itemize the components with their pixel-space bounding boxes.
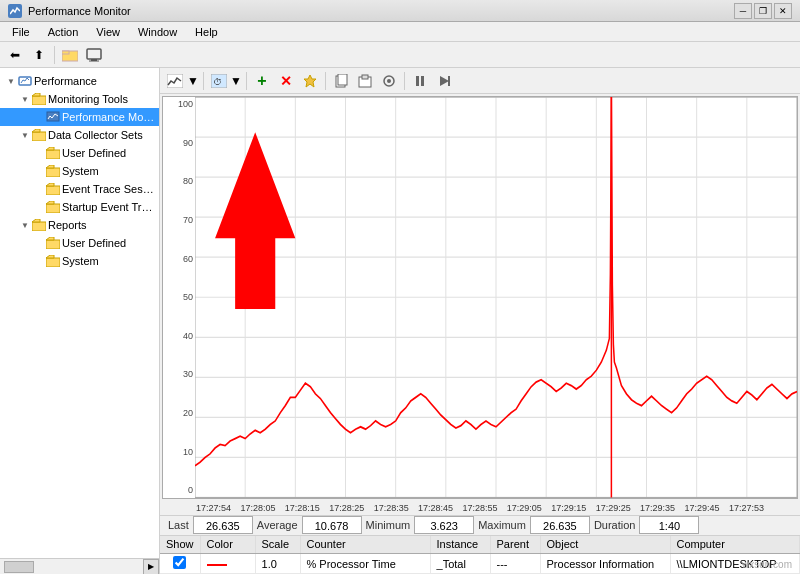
properties-btn[interactable] [378, 70, 400, 92]
restore-button[interactable]: ❐ [754, 3, 772, 19]
perf-monitor-icon [46, 110, 60, 124]
tree-item-event-trace[interactable]: Event Trace Sessions [0, 180, 159, 198]
data-collector-sets-label: Data Collector Sets [48, 129, 143, 141]
view-type-btn[interactable] [164, 70, 186, 92]
chart-tb-sep3 [325, 72, 326, 90]
tree-item-performance[interactable]: ▼ Performance [0, 72, 159, 90]
tb-up-button[interactable]: ⬆ [28, 44, 50, 66]
update-btn[interactable] [433, 70, 455, 92]
delete-counter-btn[interactable]: ✕ [275, 70, 297, 92]
svg-rect-26 [416, 76, 419, 86]
col-color: Color [200, 536, 255, 554]
y-label-80: 80 [163, 176, 195, 186]
tb-monitor-button[interactable] [83, 44, 105, 66]
reports-user-icon [46, 236, 60, 250]
time-label-11: 17:29:45 [684, 503, 719, 513]
view-dropdown-arrow[interactable]: ▼ [187, 70, 199, 92]
tree-item-data-collector-sets[interactable]: ▼ Data Collector Sets [0, 126, 159, 144]
svg-rect-6 [32, 96, 46, 105]
startup-event-label: Startup Event Trace Sess... [62, 201, 155, 213]
reports-system-label: System [62, 255, 99, 267]
counter-section: Show Color Scale Counter Instance Parent… [160, 535, 800, 575]
view-dropdown[interactable]: ▼ [164, 70, 199, 92]
window-title: Performance Monitor [28, 5, 131, 17]
chart-svg-container [195, 97, 797, 498]
svg-marker-28 [440, 76, 449, 86]
reports-system-icon [46, 254, 60, 268]
tree-item-monitoring-tools[interactable]: ▼ Monitoring Tools [0, 90, 159, 108]
tb-folder-button[interactable] [59, 44, 81, 66]
tree-item-system[interactable]: System [0, 162, 159, 180]
y-label-100: 100 [163, 99, 195, 109]
minimize-button[interactable]: ─ [734, 3, 752, 19]
time-select-btn[interactable]: ⏱ ▼ [208, 70, 242, 92]
expand-startup-event-icon [32, 200, 46, 214]
close-button[interactable]: ✕ [774, 3, 792, 19]
time-label-0: 17:27:54 [196, 503, 231, 513]
y-label-60: 60 [163, 254, 195, 264]
freeze-btn[interactable] [409, 70, 431, 92]
time-label-8: 17:29:15 [551, 503, 586, 513]
expand-event-trace-icon [32, 182, 46, 196]
tree-item-performance-monitor[interactable]: Performance Monitor [0, 108, 159, 126]
system-icon [46, 164, 60, 178]
right-panel: ▼ ⏱ ▼ + ✕ [160, 68, 800, 574]
menu-action[interactable]: Action [40, 24, 87, 40]
tb-back-button[interactable]: ⬅ [4, 44, 26, 66]
tree-item-user-defined[interactable]: User Defined [0, 144, 159, 162]
menu-file[interactable]: File [4, 24, 38, 40]
svg-rect-2 [87, 49, 101, 59]
copy-image-btn[interactable] [330, 70, 352, 92]
time-label-5: 17:28:45 [418, 503, 453, 513]
event-trace-icon [46, 182, 60, 196]
monitoring-tools-label: Monitoring Tools [48, 93, 128, 105]
table-row[interactable]: 1.0 % Processor Time _Total --- Processo… [160, 554, 800, 574]
highlight-btn[interactable] [299, 70, 321, 92]
y-label-70: 70 [163, 215, 195, 225]
paste-btn[interactable] [354, 70, 376, 92]
add-counter-btn[interactable]: + [251, 70, 273, 92]
menu-help[interactable]: Help [187, 24, 226, 40]
menu-view[interactable]: View [88, 24, 128, 40]
perf-monitor-label: Performance Monitor [62, 111, 155, 123]
svg-rect-8 [32, 132, 46, 141]
time-label-7: 17:29:05 [507, 503, 542, 513]
reports-icon [32, 218, 46, 232]
menu-window[interactable]: Window [130, 24, 185, 40]
reports-label: Reports [48, 219, 87, 231]
row-color [200, 554, 255, 574]
tree-item-reports-user[interactable]: User Defined [0, 234, 159, 252]
time-label-2: 17:28:15 [285, 503, 320, 513]
window-controls: ─ ❐ ✕ [734, 3, 792, 19]
tree-item-reports-system[interactable]: System [0, 252, 159, 270]
scroll-thumb[interactable] [4, 561, 34, 573]
time-dropdown-arrow[interactable]: ▼ [230, 70, 242, 92]
expand-data-collector-icon: ▼ [18, 128, 32, 142]
col-computer: Computer [670, 536, 799, 554]
time-label-3: 17:28:25 [329, 503, 364, 513]
svg-rect-23 [362, 75, 368, 79]
svg-rect-13 [32, 222, 46, 231]
dur-value: 1:40 [639, 516, 699, 534]
main-layout: ▼ Performance ▼ Monitoring Tools [0, 68, 800, 574]
row-show[interactable] [160, 554, 200, 574]
row-computer: \\LMIONTDESKTOP [670, 554, 799, 574]
monitoring-tools-icon [32, 92, 46, 106]
time-icon-btn[interactable]: ⏱ [208, 70, 230, 92]
show-checkbox[interactable] [173, 556, 186, 569]
row-object: Processor Information [540, 554, 670, 574]
y-label-0: 0 [163, 485, 195, 495]
scroll-right-btn[interactable]: ▶ [143, 559, 159, 575]
time-label-10: 17:29:35 [640, 503, 675, 513]
chart-tb-sep2 [246, 72, 247, 90]
max-value: 26.635 [530, 516, 590, 534]
svg-rect-12 [46, 204, 60, 213]
data-collector-sets-icon [32, 128, 46, 142]
left-panel-scrollbar[interactable]: ▶ [0, 558, 159, 574]
expand-reports-icon: ▼ [18, 218, 32, 232]
performance-label: Performance [34, 75, 97, 87]
tree-item-startup-event[interactable]: Startup Event Trace Sess... [0, 198, 159, 216]
expand-performance-icon: ▼ [4, 74, 18, 88]
row-parent: --- [490, 554, 540, 574]
tree-item-reports[interactable]: ▼ Reports [0, 216, 159, 234]
